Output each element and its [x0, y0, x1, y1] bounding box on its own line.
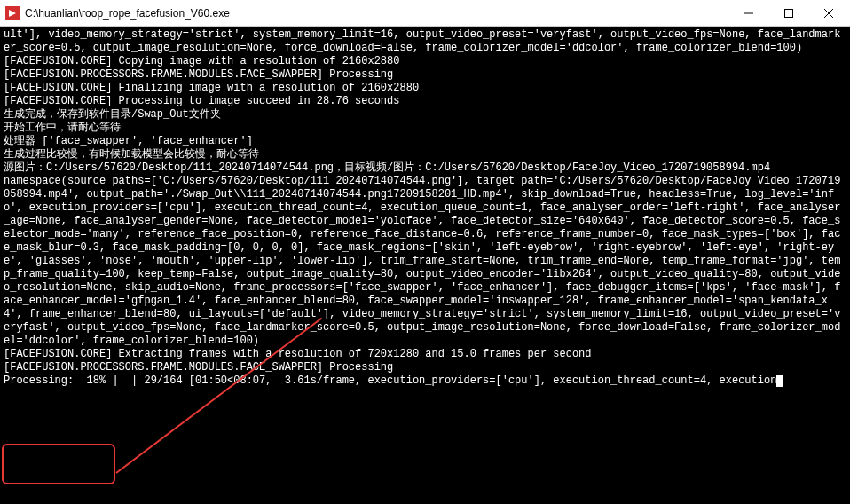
log-line: 源图片：C:/Users/57620/Desktop/111_202407140… — [4, 161, 770, 174]
window-controls — [728, 0, 848, 26]
log-line: ult'], video_memory_strategy='strict', s… — [4, 28, 840, 54]
log-line: 生成完成，保存到软件目录/Swap_Out文件夹 — [4, 108, 221, 121]
log-line: [FACEFUSION.CORE] Extracting frames with… — [4, 348, 592, 360]
log-line: namespace(source_paths=['C:/Users/57620/… — [4, 175, 840, 347]
log-line: [FACEFUSION.PROCESSORS.FRAME.MODULES.FAC… — [4, 68, 393, 81]
svg-rect-1 — [784, 10, 792, 18]
window-title: C:\huanlian\roop_rope_facefusion_V60.exe — [25, 7, 728, 20]
log-line: 生成过程比较慢，有时候加载模型会比较慢，耐心等待 — [4, 148, 259, 161]
log-line: 开始工作中，请耐心等待 — [4, 122, 121, 134]
log-line: Processing: 18% | | 29/164 [01:50<08:07,… — [4, 374, 776, 387]
window-titlebar: C:\huanlian\roop_rope_facefusion_V60.exe — [0, 0, 850, 27]
app-icon — [5, 6, 20, 20]
log-line: [FACEFUSION.CORE] Finalizing image with … — [4, 82, 419, 94]
annotation-highlight-box — [2, 444, 115, 484]
terminal-cursor — [776, 375, 783, 387]
log-line: [FACEFUSION.CORE] Copying image with a r… — [4, 55, 399, 67]
log-line: [FACEFUSION.CORE] Processing to image su… — [4, 95, 399, 107]
maximize-button[interactable] — [768, 0, 808, 27]
log-line: [FACEFUSION.PROCESSORS.FRAME.MODULES.FAC… — [4, 361, 393, 374]
minimize-button[interactable] — [728, 0, 768, 27]
close-button[interactable] — [808, 0, 848, 27]
log-line: 处理器 ['face_swapper', 'face_enhancer'] — [4, 135, 253, 147]
terminal-output[interactable]: ult'], video_memory_strategy='strict', s… — [0, 27, 850, 504]
